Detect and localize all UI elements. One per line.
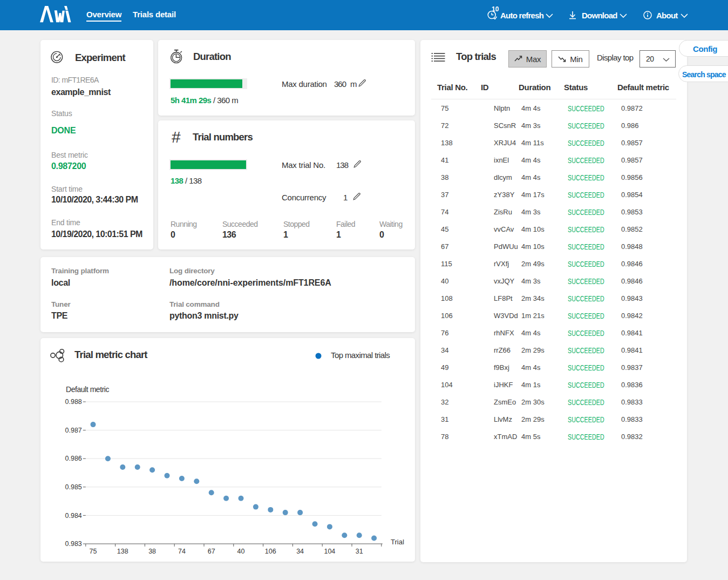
svg-text:138: 138 bbox=[117, 548, 128, 555]
svg-text:67: 67 bbox=[208, 548, 215, 555]
svg-text:75: 75 bbox=[90, 548, 97, 555]
svg-text:Top maximal trials: Top maximal trials bbox=[331, 350, 390, 360]
svg-text:0.984: 0.984 bbox=[65, 512, 82, 520]
svg-text:0.985: 0.985 bbox=[65, 483, 82, 491]
svg-text:31: 31 bbox=[356, 548, 363, 555]
svg-text:38: 38 bbox=[148, 548, 156, 555]
svg-text:40: 40 bbox=[237, 548, 245, 555]
svg-text:Trial: Trial bbox=[391, 538, 404, 546]
svg-text:104: 104 bbox=[324, 548, 335, 555]
svg-text:74: 74 bbox=[178, 548, 186, 555]
svg-text:0.987: 0.987 bbox=[65, 427, 82, 434]
svg-text:Default metric: Default metric bbox=[66, 385, 110, 394]
svg-text:0.986: 0.986 bbox=[65, 455, 82, 462]
svg-text:106: 106 bbox=[265, 548, 276, 555]
svg-text:34: 34 bbox=[296, 548, 304, 555]
svg-text:0.983: 0.983 bbox=[65, 540, 82, 548]
svg-text:0.988: 0.988 bbox=[65, 398, 82, 406]
